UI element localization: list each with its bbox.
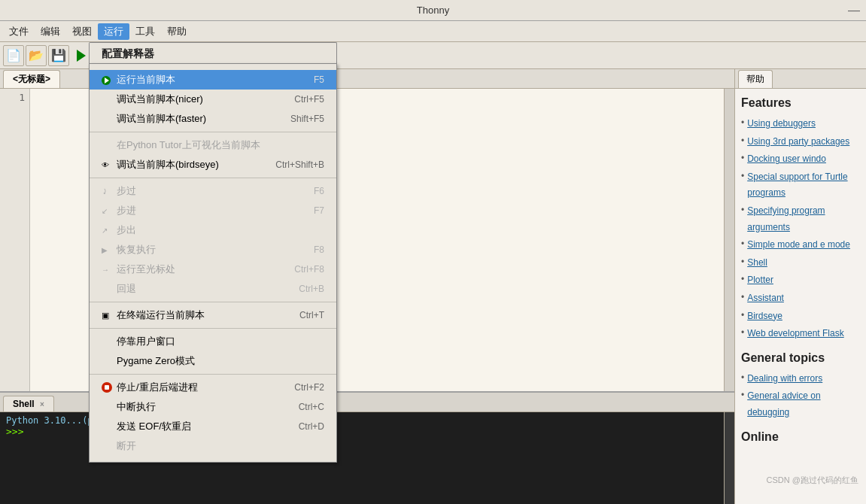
interrupt-label: 中断执行 <box>117 400 284 414</box>
disconnect-label: 断开 <box>117 439 309 453</box>
resume-shortcut: F8 <box>314 244 324 255</box>
terminal-icon: ▣ <box>102 311 117 320</box>
interrupt-execution[interactable]: 中断执行 Ctrl+C <box>90 397 336 417</box>
step-over-icon: ⤸ <box>102 187 117 196</box>
eof-label: 发送 EOF/软重启 <box>117 420 284 433</box>
run-to-cursor-icon: → <box>102 266 117 274</box>
run-current-script[interactable]: 运行当前脚本 F5 <box>90 70 336 90</box>
step-into: ↙ 步进 F7 <box>90 201 336 220</box>
debug-birdseye[interactable]: 👁 调试当前脚本(birdseye) Ctrl+Shift+B <box>90 155 336 175</box>
step-out-label: 步出 <box>117 223 309 237</box>
resume-execution: ▶ 恢复执行 F8 <box>90 240 336 260</box>
send-eof-soft-reboot[interactable]: 发送 EOF/软重启 Ctrl+D <box>90 417 336 436</box>
resume-icon: ▶ <box>102 246 117 254</box>
step-into-label: 步进 <box>117 204 299 217</box>
run-menu-section-5: 停靠用户窗口 Pygame Zero模式 <box>90 329 336 375</box>
pygame-label: Pygame Zero模式 <box>117 354 309 368</box>
run-current-script-label: 运行当前脚本 <box>117 73 299 87</box>
step-back-label: 回退 <box>117 282 284 296</box>
debug-nicer-shortcut: Ctrl+F5 <box>294 94 324 105</box>
dropdown-overlay[interactable]: 配置解释器 运行当前脚本 F5 调试当前脚本(nicer) Ctrl+F5 调试… <box>0 0 866 504</box>
configure-interpreter-label: 配置解释器 <box>102 47 154 59</box>
step-over-shortcut: F6 <box>314 186 324 196</box>
step-back: 回退 Ctrl+B <box>90 279 336 299</box>
run-in-terminal-label: 在终端运行当前脚本 <box>117 308 284 322</box>
resume-label: 恢复执行 <box>117 243 299 257</box>
run-to-cursor-shortcut: Ctrl+F8 <box>294 264 324 275</box>
run-menu-section-1: 运行当前脚本 F5 调试当前脚本(nicer) Ctrl+F5 调试当前脚本(f… <box>90 67 336 132</box>
dock-user-window[interactable]: 停靠用户窗口 <box>90 332 336 351</box>
debug-nicer-label: 调试当前脚本(nicer) <box>117 93 279 106</box>
step-over: ⤸ 步过 F6 <box>90 181 336 201</box>
visualize-label: 在Python Tutor上可视化当前脚本 <box>117 138 309 152</box>
pygame-zero-mode[interactable]: Pygame Zero模式 <box>90 351 336 371</box>
run-dropdown-header[interactable]: 配置解释器 <box>89 42 337 65</box>
debug-birdseye-shortcut: Ctrl+Shift+B <box>275 159 324 170</box>
stop-restart-shortcut: Ctrl+F2 <box>294 382 324 393</box>
run-menu-section-3: ⤸ 步过 F6 ↙ 步进 F7 ↗ 步出 ▶ 恢复执行 F8 → 运行至光标处 <box>90 178 336 302</box>
run-current-script-shortcut: F5 <box>314 74 324 85</box>
step-into-shortcut: F7 <box>314 205 324 216</box>
debug-faster-shortcut: Shift+F5 <box>290 114 324 124</box>
debug-faster[interactable]: 调试当前脚本(faster) Shift+F5 <box>90 109 336 129</box>
run-to-cursor: → 运行至光标处 Ctrl+F8 <box>90 260 336 279</box>
step-into-icon: ↙ <box>102 207 117 215</box>
stop-icon <box>102 382 117 393</box>
interrupt-shortcut: Ctrl+C <box>299 402 324 412</box>
stop-restart-backend[interactable]: 停止/重启后端进程 Ctrl+F2 <box>90 378 336 397</box>
dock-label: 停靠用户窗口 <box>117 335 309 348</box>
run-to-cursor-label: 运行至光标处 <box>117 263 279 276</box>
run-dropdown-menu: 运行当前脚本 F5 调试当前脚本(nicer) Ctrl+F5 调试当前脚本(f… <box>89 63 337 463</box>
disconnect: 断开 <box>90 436 336 456</box>
run-menu-section-6: 停止/重启后端进程 Ctrl+F2 中断执行 Ctrl+C 发送 EOF/软重启… <box>90 375 336 459</box>
debug-nicer[interactable]: 调试当前脚本(nicer) Ctrl+F5 <box>90 90 336 109</box>
debug-faster-label: 调试当前脚本(faster) <box>117 112 275 126</box>
step-back-shortcut: Ctrl+B <box>299 284 324 294</box>
run-menu-section-4: ▣ 在终端运行当前脚本 Ctrl+T <box>90 302 336 329</box>
eof-shortcut: Ctrl+D <box>299 421 324 432</box>
stop-restart-label: 停止/重启后端进程 <box>117 381 279 394</box>
debug-birdseye-label: 调试当前脚本(birdseye) <box>117 158 260 172</box>
step-over-label: 步过 <box>117 184 299 198</box>
run-in-terminal-shortcut: Ctrl+T <box>299 310 324 320</box>
step-out-icon: ↗ <box>102 226 117 235</box>
step-out: ↗ 步出 <box>90 220 336 240</box>
visualize-python-tutor: 在Python Tutor上可视化当前脚本 <box>90 135 336 155</box>
birdseye-icon: 👁 <box>102 161 117 169</box>
run-in-terminal[interactable]: ▣ 在终端运行当前脚本 Ctrl+T <box>90 305 336 325</box>
run-menu-section-2: 在Python Tutor上可视化当前脚本 👁 调试当前脚本(birdseye)… <box>90 132 336 178</box>
run-green-icon <box>102 74 117 86</box>
